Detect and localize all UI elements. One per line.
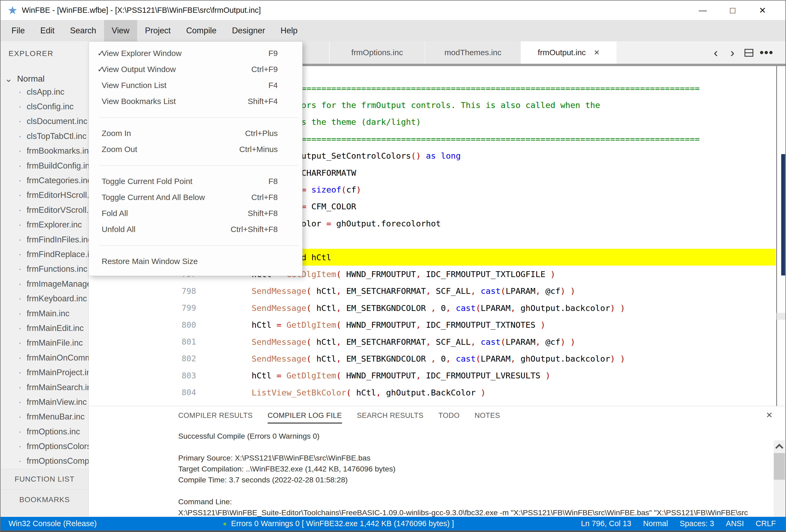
explorer-file-item[interactable]: ·frmMainOnCommand.inc: [1, 350, 89, 365]
code-token: as long: [426, 151, 461, 161]
bookmarks-header[interactable]: BOOKMARKS: [1, 489, 89, 510]
build-config-label[interactable]: Win32 Console (Release): [8, 519, 97, 528]
explorer-file-item[interactable]: ·frmKeyboard.inc: [1, 291, 89, 306]
file-name-label: frmBuildConfig.inc: [27, 161, 89, 171]
explorer-file-item[interactable]: ·frmCategories.inc: [1, 173, 89, 188]
menubar-item-help[interactable]: Help: [273, 20, 305, 41]
output-scrollbar-thumb[interactable]: [774, 453, 785, 480]
sidebar-filler: [1, 510, 89, 516]
menubar-item-project[interactable]: Project: [137, 20, 178, 41]
output-tab-todo[interactable]: TODO: [438, 406, 460, 424]
menubar-item-view[interactable]: View: [104, 20, 137, 41]
menubar-item-compile[interactable]: Compile: [179, 20, 224, 41]
output-panel-scrollbar[interactable]: [774, 440, 785, 518]
sidebar-panel-headers: FUNCTION LIST BOOKMARKS: [1, 469, 89, 516]
view-menu-item-view-function-list[interactable]: View Function ListF4: [89, 77, 302, 93]
status-mode[interactable]: Normal: [643, 519, 668, 528]
file-name-label: frmExplorer.inc: [27, 220, 82, 229]
code-line[interactable]: 802 SendMessage( hCtl, EM_SETBKGNDCOLOR …: [89, 350, 776, 367]
code-line[interactable]: 803 hCtl = GetDlgItem( HWND_FRMOUTPUT, I…: [89, 367, 776, 384]
log-line: Compile Time: 3.7 seconds (2022-02-28 01…: [178, 476, 768, 486]
explorer-file-item[interactable]: ·clsApp.inc: [1, 84, 89, 99]
view-menu-item-restore-main-window-size[interactable]: Restore Main Window Size: [89, 253, 302, 269]
output-tab-compiler-log-file[interactable]: COMPILER LOG FILE: [268, 406, 342, 424]
code-line[interactable]: 799 SendMessage( hCtl, EM_SETBKGNDCOLOR …: [89, 299, 776, 316]
explorer-file-item[interactable]: ·clsDocument.inc: [1, 114, 89, 129]
code-token: ghOutput.BackColor: [386, 388, 481, 397]
view-menu-item-view-explorer-window[interactable]: ✓View Explorer WindowF9: [89, 45, 302, 61]
code-line[interactable]: 800 hCtl = GetDlgItem( HWND_FRMOUTPUT, I…: [89, 316, 776, 333]
explorer-file-item[interactable]: ·frmBuildConfig.inc: [1, 159, 89, 173]
tab-frmoutput-inc[interactable]: frmOutput.inc✕: [521, 41, 617, 64]
view-menu-item-fold-all[interactable]: Fold AllShift+F8: [89, 205, 302, 221]
menubar-item-file[interactable]: File: [4, 20, 32, 41]
tree-node-normal[interactable]: ⌄ Normal: [1, 71, 89, 86]
tab-close-icon[interactable]: ✕: [594, 49, 600, 57]
explorer-file-item[interactable]: ·frmMainSearch.inc: [1, 380, 89, 395]
code-token: SendMessage: [252, 303, 306, 313]
tab-scroll-left-icon[interactable]: ‹: [708, 46, 724, 59]
status-spaces[interactable]: Spaces: 3: [680, 519, 714, 528]
explorer-file-item[interactable]: ·frmFindReplace.inc: [1, 247, 89, 262]
view-menu-item-toggle-current-fold-point[interactable]: Toggle Current Fold PointF8: [89, 173, 302, 189]
explorer-file-item[interactable]: ·frmMenuBar.inc: [1, 410, 89, 424]
output-tab-search-results[interactable]: SEARCH RESULTS: [357, 406, 424, 424]
view-menu-item-toggle-current-and-all-below[interactable]: Toggle Current And All BelowCtrl+F8: [89, 189, 302, 205]
explorer-file-item[interactable]: ·frmMainProject.inc: [1, 365, 89, 380]
more-tabs-ellipsis-icon[interactable]: •••: [757, 46, 776, 59]
scrollbar-thumb[interactable]: [781, 154, 785, 275]
code-token: LPARAM: [481, 354, 511, 363]
status-line-ending[interactable]: CRLF: [756, 519, 776, 528]
split-editor-icon[interactable]: [741, 46, 757, 59]
explorer-file-item[interactable]: ·clsTopTabCtl.inc: [1, 129, 89, 143]
output-tab-notes[interactable]: NOTES: [475, 406, 500, 424]
explorer-file-item[interactable]: ·frmFindInFiles.inc: [1, 232, 89, 247]
output-tab-compiler-results[interactable]: COMPILER RESULTS: [178, 406, 253, 424]
code-token: cast: [456, 354, 476, 363]
explorer-file-item[interactable]: ·frmEditorVScroll.inc: [1, 203, 89, 217]
scroll-up-arrow-icon[interactable]: [775, 443, 784, 451]
maximize-button[interactable]: □: [718, 5, 747, 16]
explorer-file-item[interactable]: ·frmEditorHScroll.inc: [1, 188, 89, 203]
tab-frmoptions-inc[interactable]: frmOptions.inc: [329, 41, 425, 64]
view-menu-item-unfold-all[interactable]: Unfold AllCtrl+Shift+F8: [89, 221, 302, 237]
output-panel-close-icon[interactable]: ✕: [766, 410, 773, 420]
explorer-file-item[interactable]: ·frmOptions.inc: [1, 424, 89, 439]
explorer-file-item[interactable]: ·frmImageManager.inc: [1, 276, 89, 291]
explorer-file-item[interactable]: ·frmMain.inc: [1, 306, 89, 321]
editor-vertical-scrollbar[interactable]: [777, 66, 785, 406]
menu-item-label: Restore Main Window Size: [102, 257, 278, 266]
status-cursor-position[interactable]: Ln 796, Col 13: [581, 519, 631, 528]
explorer-file-item[interactable]: ·frmMainFile.inc: [1, 336, 89, 350]
view-menu-item-view-output-window[interactable]: ✓View Output WindowCtrl+F9: [89, 61, 302, 77]
explorer-file-item[interactable]: ·clsConfig.inc: [1, 99, 89, 114]
explorer-file-item[interactable]: ·frmOptionsCompiler.inc: [1, 454, 89, 468]
explorer-file-item[interactable]: ·frmMainView.inc: [1, 395, 89, 409]
code-token: '=======================================…: [237, 134, 700, 144]
menubar-item-search[interactable]: Search: [62, 20, 104, 41]
explorer-file-item[interactable]: ·frmOptionsColors.inc: [1, 439, 89, 454]
code-token: ,: [336, 286, 346, 296]
explorer-file-item[interactable]: ·frmFunctions.inc: [1, 262, 89, 276]
explorer-file-item[interactable]: ·frmExplorer.inc: [1, 218, 89, 232]
menubar-item-designer[interactable]: Designer: [224, 20, 273, 41]
view-menu-item-zoom-in[interactable]: Zoom InCtrl+Plus: [89, 125, 302, 141]
code-line[interactable]: 801 SendMessage( hCtl, EM_SETCHARFORMAT,…: [89, 333, 776, 350]
code-line[interactable]: 798 SendMessage( hCtl, EM_SETCHARFORMAT,…: [89, 283, 776, 299]
function-list-header[interactable]: FUNCTION LIST: [1, 469, 89, 489]
explorer-file-item[interactable]: ·frmMainEdit.inc: [1, 321, 89, 336]
explorer-file-item[interactable]: ·frmBookmarks.inc: [1, 144, 89, 159]
menubar-item-edit[interactable]: Edit: [32, 20, 62, 41]
code-token: ,: [511, 354, 521, 363]
file-bullet-icon: ·: [19, 235, 27, 244]
view-menu-item-view-bookmarks-list[interactable]: View Bookmarks ListShift+F4: [89, 93, 302, 109]
close-button[interactable]: ✕: [747, 5, 778, 16]
view-menu-item-zoom-out[interactable]: Zoom OutCtrl+Minus: [89, 141, 302, 157]
status-encoding[interactable]: ANSI: [726, 519, 744, 528]
tab-scroll-right-icon[interactable]: ›: [724, 46, 741, 59]
tab-modthemes-inc[interactable]: modThemes.inc: [425, 41, 521, 64]
log-line: [178, 443, 768, 454]
code-line[interactable]: 804 ListView_SetBkColor( hCtl, ghOutput.…: [89, 384, 776, 401]
code-token: [421, 151, 426, 161]
minimize-button[interactable]: —: [688, 6, 718, 15]
